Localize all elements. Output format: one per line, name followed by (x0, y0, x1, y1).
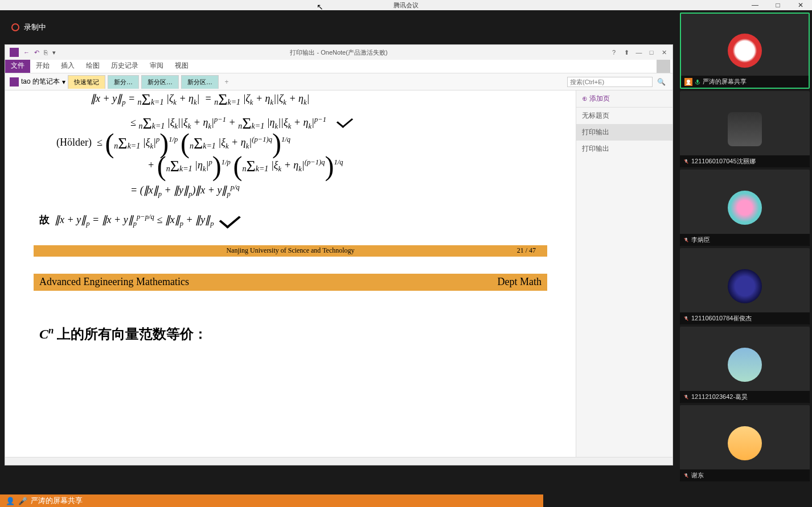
page-item[interactable]: 无标题页 (576, 108, 672, 124)
mic-icon (683, 159, 689, 164)
slide-header: Advanced Engineering Mathematics Dept Ma… (34, 274, 547, 291)
mic-icon (695, 79, 700, 85)
onenote-icon (10, 48, 19, 57)
maximize-button[interactable]: □ (766, 0, 789, 10)
add-section-button[interactable]: + (221, 78, 232, 86)
tab-insert[interactable]: 插入 (55, 59, 80, 73)
participant-name: 严涛的屏幕共享 (703, 77, 747, 86)
slide-footer: Nanjing University of Science and Techno… (34, 245, 547, 257)
onenote-ribbon-icon[interactable]: ⬆ (621, 49, 631, 56)
tab-history[interactable]: 历史记录 (105, 59, 144, 73)
participant-name: 1211060107045沈丽娜 (691, 157, 756, 166)
page-item[interactable]: 打印输出 (576, 141, 672, 157)
chevron-down-icon[interactable]: ▾ (62, 78, 65, 86)
participant-name: 121121023642-葛昊 (691, 393, 748, 401)
recording-label: 录制中 (24, 22, 46, 32)
participant-label: 121121023642-葛昊 (680, 391, 810, 403)
user-avatar-icon[interactable] (657, 59, 670, 73)
shared-screen-panel: 录制中 ← ↶ ⎘ ▾ 打印输出 - OneNote(产品激活失败) ? ⬆ —… (0, 10, 678, 507)
participant-label: 李炳臣 (680, 234, 810, 246)
share-label: 严涛的屏幕共享 (31, 496, 83, 506)
ribbon-tabs: 文件 开始 插入 绘图 历史记录 审阅 视图 (5, 60, 672, 73)
back-icon[interactable]: ← (23, 49, 30, 56)
section-tab[interactable]: 新分区… (181, 75, 219, 89)
page-item[interactable]: 打印输出 (576, 124, 672, 141)
mic-icon (683, 394, 689, 400)
participants-sidebar: 严涛的屏幕共享1211060107045沈丽娜李炳臣121106010784崔俊… (678, 10, 812, 507)
participant-tile[interactable]: 1211060107045沈丽娜 (680, 91, 810, 167)
participant-tile[interactable]: 李炳臣 (680, 170, 810, 246)
participant-name: 李炳臣 (691, 236, 710, 244)
section-tab[interactable]: 快速笔记 (68, 75, 105, 89)
page-number: 21 / 47 (517, 246, 536, 255)
tab-file[interactable]: 文件 (5, 59, 30, 73)
minimize-button[interactable]: — (744, 0, 766, 10)
avatar (728, 348, 762, 382)
tab-view[interactable]: 视图 (169, 59, 194, 73)
onenote-close-button[interactable]: ✕ (659, 49, 669, 56)
app-title: 腾讯会议 (393, 1, 419, 10)
section-tab[interactable]: 新分区… (141, 75, 179, 89)
more-icon[interactable]: ▾ (52, 49, 56, 56)
participant-name: 121106010784崔俊杰 (691, 314, 752, 323)
section-title: Cn 上的所有向量范数等价： (34, 325, 547, 343)
record-icon (11, 23, 19, 31)
participant-tile[interactable]: 谢东 (680, 405, 810, 481)
avatar (728, 269, 762, 303)
presenter-icon: 👤 (6, 497, 15, 505)
avatar (728, 426, 762, 460)
page-canvas[interactable]: ‖x + y‖p = nΣk=1 |ζk + ηk| = nΣk=1 |ζk +… (5, 90, 576, 457)
participant-label: 121106010784崔俊杰 (680, 312, 810, 324)
mic-icon (683, 237, 689, 243)
footer-text: Nanjing University of Science and Techno… (226, 246, 354, 255)
participant-tile[interactable]: 121106010784崔俊杰 (680, 248, 810, 324)
participant-label: 1211060107045沈丽娜 (680, 155, 810, 167)
onenote-help-icon[interactable]: ? (609, 49, 619, 56)
search-icon[interactable]: 🔍 (655, 78, 668, 86)
add-page-button[interactable]: ⊕ 添加页 (576, 90, 672, 108)
avatar (728, 112, 762, 146)
tab-home[interactable]: 开始 (30, 59, 55, 73)
math-content: ‖x + y‖p = nΣk=1 |ζk + ηk| = nΣk=1 |ζk +… (28, 92, 553, 343)
mic-status-icon: 🎤 (18, 497, 27, 505)
notebook-icon (10, 77, 19, 86)
avatar (728, 34, 762, 68)
header-right: Dept Math (498, 276, 542, 288)
onenote-maximize-button[interactable]: □ (646, 49, 657, 56)
participant-label: 谢东 (680, 469, 810, 481)
recording-bar: 录制中 (0, 10, 678, 44)
app-titlebar: ↖ 腾讯会议 — □ ✕ (0, 0, 812, 10)
onenote-window: ← ↶ ⎘ ▾ 打印输出 - OneNote(产品激活失败) ? ⬆ — □ ✕… (5, 44, 673, 465)
participant-label: 严涛的屏幕共享 (681, 76, 809, 88)
mic-icon (683, 473, 689, 479)
section-tab[interactable]: 新分… (108, 75, 139, 89)
host-badge-icon (684, 78, 692, 86)
page-list: ⊕ 添加页 无标题页 打印输出 打印输出 (576, 90, 672, 457)
onenote-minimize-button[interactable]: — (634, 49, 644, 56)
participant-name: 谢东 (691, 471, 704, 480)
onenote-title: 打印输出 - OneNote(产品激活失败) (290, 48, 387, 57)
participant-tile[interactable]: 121121023642-葛昊 (680, 327, 810, 403)
avatar (728, 191, 762, 225)
header-left: Advanced Engineering Mathematics (39, 276, 189, 288)
touch-icon[interactable]: ⎘ (44, 49, 48, 56)
notebook-nav: tao 的笔记本 ▾ 快速笔记 新分… 新分区… 新分区… + 🔍 (5, 73, 672, 90)
close-button[interactable]: ✕ (789, 0, 812, 10)
tab-draw[interactable]: 绘图 (80, 59, 105, 73)
tab-review[interactable]: 审阅 (144, 59, 169, 73)
horizontal-scrollbar[interactable] (5, 457, 672, 465)
window-controls: — □ ✕ (744, 0, 812, 10)
participant-tile[interactable]: 严涛的屏幕共享 (680, 13, 810, 89)
undo-icon[interactable]: ↶ (34, 49, 39, 56)
search-input[interactable] (567, 77, 653, 87)
notebook-name[interactable]: tao 的笔记本 (21, 77, 60, 86)
onenote-titlebar: ← ↶ ⎘ ▾ 打印输出 - OneNote(产品激活失败) ? ⬆ — □ ✕ (5, 45, 672, 60)
mic-icon (683, 316, 689, 321)
share-status-bar: 👤 🎤 严涛的屏幕共享 (0, 494, 543, 507)
